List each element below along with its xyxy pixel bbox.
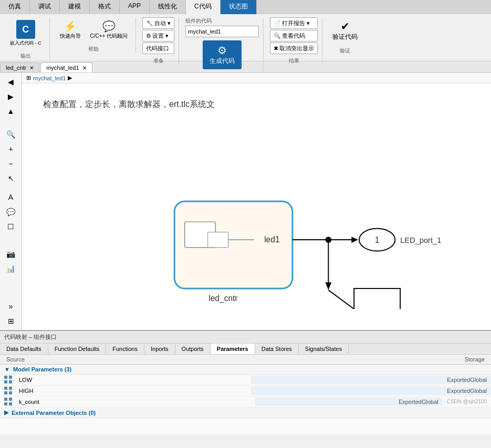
- tab-debug[interactable]: 调试: [30, 0, 60, 14]
- doc-tab-mychat-close[interactable]: ✕: [82, 65, 87, 71]
- model-params-section: ▼ Model Parameters (3) LOW ExportedGloba…: [0, 365, 491, 408]
- high-icon: [0, 387, 17, 395]
- table-row-kcount[interactable]: k_count ExportedGlobal CSDN @sjh2100: [0, 397, 491, 408]
- breadcrumb-model[interactable]: mychat_led1: [33, 75, 66, 81]
- doc-tab-led-cntr-close[interactable]: ✕: [29, 65, 34, 71]
- settings-label: 设置 ▾: [152, 32, 169, 40]
- panel-tabs: Data Defaults Function Defaults Function…: [0, 344, 491, 355]
- zoom-in-button[interactable]: +: [3, 142, 19, 156]
- panel-tab-outports[interactable]: Outports: [175, 344, 211, 354]
- panel-tab-functions[interactable]: Functions: [106, 344, 144, 354]
- quick-guide-button[interactable]: ⚡ 快速向导: [56, 17, 85, 42]
- cancel-highlight-icon: ✖: [274, 45, 278, 52]
- cancel-highlight-button[interactable]: ✖ 取消突出显示: [270, 42, 318, 54]
- auto-label: 自动 ▾: [154, 19, 171, 27]
- panel-content: Source Storage ▼ Model Parameters (3): [0, 355, 491, 435]
- panel-tab-data-stores[interactable]: Data Stores: [255, 344, 299, 354]
- bottom-box[interactable]: [354, 289, 400, 309]
- open-report-icon: 📄: [274, 20, 281, 27]
- quick-guide-icon: ⚡: [64, 20, 77, 33]
- model-params-header[interactable]: ▼ Model Parameters (3): [0, 365, 491, 375]
- high-storage: ExportedGlobal: [251, 387, 492, 395]
- port-value-label: 1: [375, 236, 380, 244]
- zoom-out-button[interactable]: −: [3, 157, 19, 170]
- generate-code-button[interactable]: ⚙ 生成代码: [203, 40, 242, 69]
- kcount-storage: ExportedGlobal: [255, 398, 443, 406]
- camera-button[interactable]: 📷: [3, 247, 19, 261]
- ribbon-group-help: ⚡ 快速向导 💬 C/C++ 代码顾问 帮助: [52, 17, 137, 53]
- verify-label: 验证代码: [332, 33, 358, 41]
- nav-up-button[interactable]: ▲: [3, 104, 19, 118]
- panel-tab-data-defaults[interactable]: Data Defaults: [0, 344, 48, 354]
- c-icon: C: [16, 20, 35, 39]
- external-params-header[interactable]: ▶ External Parameter Objects (0): [0, 408, 491, 418]
- verify-code-button[interactable]: ✔ 验证代码: [329, 17, 361, 44]
- tab-modeling[interactable]: 建模: [60, 0, 90, 14]
- tree-toggle-external-params[interactable]: ▶: [4, 409, 8, 416]
- component-code-input[interactable]: mychat_led1: [185, 26, 259, 37]
- tab-ccode[interactable]: C代码: [186, 0, 221, 14]
- tab-app[interactable]: APP: [120, 0, 150, 14]
- ribbon-group-prepare: 🔧 自动 ▾ ⚙ 设置 ▾ 代码接口 准备: [138, 17, 179, 65]
- code-interface-button[interactable]: 代码接口: [142, 42, 174, 54]
- diagram-svg[interactable]: led1 led_cntr 1 LED_port_1: [22, 83, 491, 309]
- tab-statechart[interactable]: 状态图: [221, 0, 257, 14]
- panel-tab-parameters[interactable]: Parameters: [211, 344, 255, 354]
- nav-forward-button[interactable]: ▶: [3, 90, 19, 103]
- model-params-label: Model Parameters (3): [13, 366, 71, 372]
- text-button[interactable]: A: [3, 190, 19, 204]
- grid-button[interactable]: ⊞: [3, 314, 19, 328]
- view-code-icon: 🔍: [274, 33, 281, 39]
- panel-tab-function-defaults[interactable]: Function Defaults: [48, 344, 107, 354]
- kcount-icon: [0, 398, 17, 406]
- breadcrumb-arrow: ▶: [68, 74, 72, 81]
- settings-button[interactable]: ⚙ 设置 ▾: [142, 30, 174, 41]
- select-button[interactable]: ↖: [3, 172, 19, 185]
- tab-simulation[interactable]: 仿真: [0, 0, 30, 14]
- canvas-area: ◀ ▶ ▲ 🔍 + − ↖ A 💬 ☐ 📷 📊 » ⊞ ⊞ mychat_led…: [0, 73, 491, 330]
- panel-tab-inports[interactable]: Inports: [144, 344, 175, 354]
- canvas-content[interactable]: 检查配置，定步长，离散求解器，ert.tlc系统文 led1 led_cntr: [22, 83, 491, 309]
- advisor-icon: 💬: [102, 20, 116, 33]
- arrow-to-port: [351, 237, 358, 243]
- breadcrumb-bar: ⊞ mychat_led1 ▶: [22, 73, 491, 83]
- expand-button[interactable]: »: [3, 300, 19, 313]
- bottom-panel: 代码映射 – 组件接口 Data Defaults Function Defau…: [0, 330, 491, 435]
- verify-icon: ✔: [341, 20, 350, 33]
- tab-format[interactable]: 格式: [90, 0, 120, 14]
- tab-linearize[interactable]: 线性化: [150, 0, 186, 14]
- sidebar: ◀ ▶ ▲ 🔍 + − ↖ A 💬 ☐ 📷 📊 » ⊞: [0, 73, 22, 330]
- led1-label: led1: [264, 235, 280, 244]
- settings-icon: ⚙: [146, 33, 151, 39]
- doc-tab-mychat[interactable]: mychat_led1 ✕: [40, 62, 92, 72]
- cpp-advisor-button[interactable]: 💬 C/C++ 代码顾问: [87, 17, 132, 42]
- output-group-label: 输出: [20, 50, 31, 60]
- table-row-low[interactable]: LOW ExportedGlobal: [0, 375, 491, 386]
- cancel-highlight-label: 取消突出显示: [279, 45, 314, 52]
- open-report-button[interactable]: 📄 打开报告 ▾: [270, 17, 318, 29]
- low-name: LOW: [17, 377, 251, 383]
- tree-toggle-model-params[interactable]: ▼: [4, 366, 10, 372]
- watermark: CSDN @sjh2100: [443, 398, 491, 406]
- auto-button[interactable]: 🔧 自动 ▾: [142, 17, 174, 29]
- comment-button[interactable]: 💬: [3, 205, 19, 219]
- panel-tab-signals[interactable]: Signals/States: [299, 344, 349, 354]
- arrow-down: [325, 282, 331, 290]
- embed-code-button[interactable]: C 嵌入式代码 - C: [6, 17, 45, 49]
- prepare-group-label: 准备: [153, 55, 164, 65]
- doc-tab-led-cntr[interactable]: led_cntr ✕: [0, 62, 39, 72]
- main-canvas: ⊞ mychat_led1 ▶ 检查配置，定步长，离散求解器，ert.tlc系统…: [22, 73, 491, 330]
- table-header: Source Storage: [0, 355, 491, 365]
- chart-button[interactable]: 📊: [3, 262, 19, 275]
- subsystem-inner-box-2: [208, 232, 228, 247]
- zoom-fit-button[interactable]: 🔍: [3, 127, 19, 141]
- col-storage-header: Storage: [244, 356, 492, 362]
- ribbon-group-verify: ✔ 验证代码 验证: [325, 17, 365, 55]
- nav-back-button[interactable]: ◀: [3, 75, 19, 89]
- component-code-label: 组件的代码: [185, 17, 259, 25]
- quick-guide-label: 快速向导: [60, 33, 81, 40]
- table-row-high[interactable]: HIGH ExportedGlobal: [0, 386, 491, 397]
- checkbox-button[interactable]: ☐: [3, 220, 19, 233]
- advisor-label: C/C++ 代码顾问: [90, 33, 128, 40]
- view-code-button[interactable]: 🔍 查看代码: [270, 30, 318, 41]
